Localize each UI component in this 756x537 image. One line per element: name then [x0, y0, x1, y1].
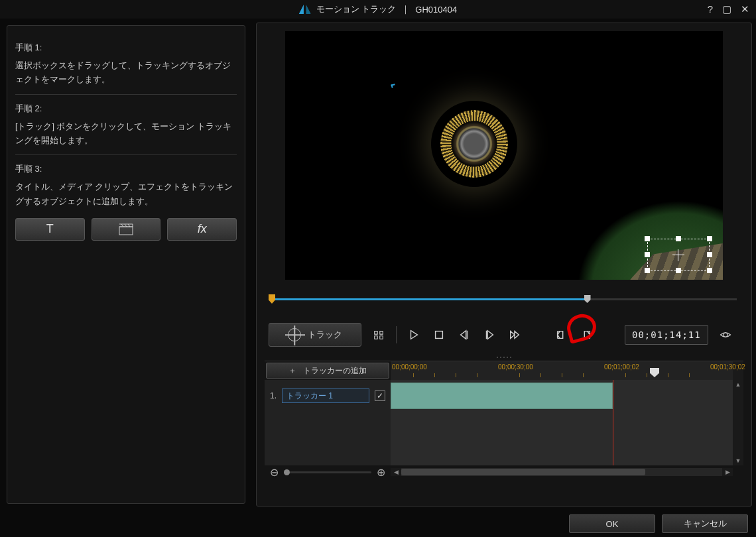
target-icon	[288, 328, 301, 341]
transport-bar: トラック 00;01;14;11	[265, 318, 743, 351]
ruler-tick: 00;00;30;00	[498, 363, 533, 371]
zoom-out-button[interactable]: ⊖	[270, 466, 279, 479]
zoom-in-button[interactable]: ⊕	[377, 466, 385, 479]
handle-tl[interactable]	[645, 236, 650, 241]
timeline-vscrollbar[interactable]: ▲ ▼	[733, 380, 743, 465]
handle-tr[interactable]	[707, 236, 712, 241]
timeline-ruler[interactable]: 00;00;00;00 00;00;30;00 00;01;00;02 00;0…	[391, 361, 733, 380]
preview-quality-button[interactable]	[718, 327, 733, 343]
svg-rect-0	[119, 227, 133, 235]
title-bar: モーション トラック ｜ GH010404 ? ▢ ✕	[0, 0, 756, 19]
zoom-slider-thumb[interactable]	[284, 469, 290, 475]
ok-button[interactable]: OK	[569, 514, 655, 533]
steps-sidebar: 手順 1: 選択ボックスをドラッグして、トラッキングするオブジェクトをマークしま…	[0, 19, 252, 510]
fx-icon: fx	[198, 219, 207, 239]
add-media-button[interactable]	[92, 218, 161, 241]
add-tracker-button[interactable]: ＋ トラッカーの追加	[266, 363, 389, 379]
video-preview[interactable]	[285, 31, 723, 280]
mark-out-button[interactable]	[578, 327, 594, 343]
split-button[interactable]	[371, 327, 387, 343]
track-button-label: トラック	[308, 329, 342, 341]
timeline-zoom-control: ⊖ ⊕	[265, 466, 391, 479]
prev-frame-button[interactable]	[456, 327, 472, 343]
tracker-row-header: 1. トラッカー 1 ✓	[265, 380, 391, 412]
step2-body: [トラック] ボタンをクリックして、モーション トラッキングを開始します。	[15, 120, 237, 149]
title-separator: ｜	[401, 3, 410, 15]
scroll-left-icon[interactable]: ◀	[391, 469, 401, 475]
mark-in-handle[interactable]	[269, 294, 275, 304]
next-frame-button[interactable]	[481, 327, 497, 343]
handle-br[interactable]	[707, 268, 712, 273]
handle-mr[interactable]	[707, 252, 712, 257]
scroll-down-icon[interactable]: ▼	[733, 456, 743, 465]
tracker-clip[interactable]	[391, 383, 613, 409]
timeline: ＋ トラッカーの追加 00;00;00;00 00;00;30;00 00;01…	[265, 361, 743, 479]
playhead-line	[613, 380, 613, 465]
step3-title: 手順 3:	[15, 162, 237, 176]
step2-title: 手順 2:	[15, 101, 237, 116]
help-button[interactable]: ?	[708, 3, 713, 15]
track-button[interactable]: トラック	[269, 323, 361, 347]
preview-panel: トラック 00;01;14;11	[256, 23, 752, 507]
tracker-enable-checkbox[interactable]: ✓	[375, 390, 385, 401]
app-logo-icon	[299, 5, 311, 14]
dialog-button-bar: OK キャンセル	[0, 510, 756, 537]
title-text-icon: T	[46, 219, 54, 239]
step3-body: タイトル、メディア クリップ、エフェクトをトラッキングするオブジェクトに追加しま…	[15, 180, 237, 209]
window-filename: GH010404	[415, 5, 457, 15]
handle-tm[interactable]	[676, 236, 681, 241]
panel-resize-handle[interactable]	[265, 354, 743, 361]
add-title-button[interactable]: T	[15, 218, 85, 241]
fast-forward-button[interactable]	[507, 327, 523, 343]
ruler-tick: 00;00;00;00	[392, 363, 427, 371]
handle-ml[interactable]	[645, 252, 650, 257]
timecode-display[interactable]: 00;01;14;11	[625, 325, 708, 345]
tracker-name-input[interactable]: トラッカー 1	[282, 388, 369, 403]
scroll-right-icon[interactable]: ▶	[722, 469, 733, 475]
playhead-handle[interactable]	[584, 295, 591, 303]
timeline-hscrollbar[interactable]: ◀ ▶	[391, 468, 733, 476]
play-button[interactable]	[406, 327, 422, 343]
seek-bar[interactable]	[265, 293, 743, 308]
tracking-selection-box[interactable]	[647, 232, 710, 277]
timeline-tracks-area[interactable]	[391, 380, 733, 465]
tracker-index: 1.	[270, 391, 277, 400]
mark-in-button[interactable]	[553, 327, 569, 343]
scroll-up-icon[interactable]: ▲	[733, 380, 743, 389]
svg-rect-1	[436, 331, 443, 339]
clapper-icon	[119, 223, 133, 235]
crosshair-icon	[672, 249, 684, 261]
window-title: モーション トラック	[316, 3, 397, 15]
ruler-tick: 00;01;00;02	[604, 363, 639, 371]
close-button[interactable]: ✕	[741, 3, 749, 15]
cancel-button[interactable]: キャンセル	[662, 514, 748, 533]
add-tracker-label: トラッカーの追加	[303, 365, 367, 377]
stop-button[interactable]	[431, 327, 447, 343]
preview-subject-lamp	[431, 101, 517, 187]
zoom-slider[interactable]	[284, 471, 371, 473]
timeline-playhead[interactable]	[650, 368, 659, 377]
step1-body: 選択ボックスをドラッグして、トラッキングするオブジェクトをマークします。	[15, 59, 237, 88]
handle-bm[interactable]	[676, 268, 681, 273]
plus-icon: ＋	[288, 365, 296, 377]
handle-bl[interactable]	[645, 268, 650, 273]
preview-marker-icon	[391, 84, 395, 88]
hscroll-thumb[interactable]	[401, 469, 645, 475]
maximize-button[interactable]: ▢	[722, 3, 731, 15]
add-effect-button[interactable]: fx	[167, 218, 237, 241]
ruler-tick: 00;01;30;02	[710, 363, 745, 371]
step1-title: 手順 1:	[15, 40, 237, 55]
